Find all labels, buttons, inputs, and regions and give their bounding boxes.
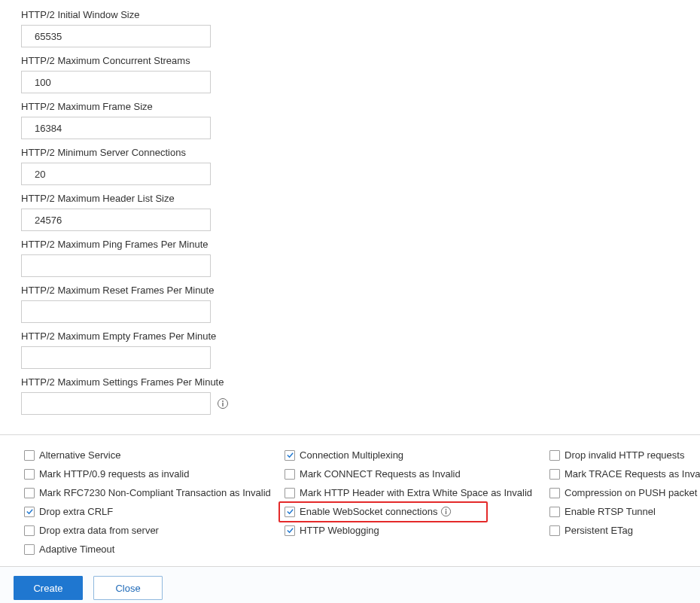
- info-icon[interactable]: [217, 397, 229, 410]
- label-persistent-etag: Persistent ETag: [565, 525, 633, 536]
- label-alternative-service: Alternative Service: [39, 449, 120, 461]
- http2-settings-form: HTTP/2 Initial Window Size HTTP/2 Maximu…: [0, 0, 700, 425]
- label-mark-connect-invalid: Mark CONNECT Requests as Invalid: [300, 468, 461, 480]
- label-max-frame-size: HTTP/2 Maximum Frame Size: [21, 101, 689, 112]
- checkbox-mark-extra-whitespace[interactable]: [285, 488, 295, 498]
- checkbox-connection-multiplexing[interactable]: [285, 450, 295, 461]
- checkbox-http-weblogging[interactable]: [285, 525, 295, 536]
- label-enable-websocket: Enable WebSocket connections: [300, 506, 437, 517]
- checkbox-mark-rfc7230-invalid[interactable]: [24, 488, 35, 498]
- label-enable-rtsp: Enable RTSP Tunnel: [565, 506, 656, 517]
- label-http-weblogging: HTTP Weblogging: [300, 525, 379, 536]
- checkbox-compression-push[interactable]: [549, 488, 560, 498]
- checkbox-drop-invalid-http[interactable]: [549, 450, 560, 461]
- label-drop-extra-data: Drop extra data from server: [39, 525, 159, 536]
- label-max-settings-frames: HTTP/2 Maximum Settings Frames Per Minut…: [21, 376, 689, 388]
- label-connection-multiplexing: Connection Multiplexing: [300, 449, 403, 461]
- svg-point-4: [446, 509, 447, 510]
- label-mark-rfc7230-invalid: Mark RFC7230 Non-Compliant Transaction a…: [39, 487, 271, 498]
- input-max-ping-frames[interactable]: [21, 254, 211, 277]
- label-drop-extra-crlf: Drop extra CRLF: [39, 506, 113, 517]
- input-max-header-list-size[interactable]: [21, 209, 211, 231]
- input-max-empty-frames[interactable]: [21, 346, 211, 369]
- close-button[interactable]: Close: [93, 576, 163, 600]
- footer-bar: Create Close: [0, 566, 700, 603]
- label-max-ping-frames: HTTP/2 Maximum Ping Frames Per Minute: [21, 239, 689, 250]
- label-max-reset-frames: HTTP/2 Maximum Reset Frames Per Minute: [21, 285, 689, 296]
- label-drop-invalid-http: Drop invalid HTTP requests: [565, 449, 684, 461]
- checkbox-enable-rtsp[interactable]: [549, 507, 560, 517]
- input-max-frame-size[interactable]: [21, 117, 211, 139]
- label-max-empty-frames: HTTP/2 Maximum Empty Frames Per Minute: [21, 330, 689, 342]
- checkbox-drop-extra-crlf[interactable]: [24, 507, 35, 517]
- info-icon[interactable]: [440, 506, 452, 517]
- checkbox-alternative-service[interactable]: [24, 450, 35, 461]
- checkbox-mark-http09-invalid[interactable]: [24, 469, 35, 480]
- svg-rect-5: [446, 510, 446, 514]
- label-mark-extra-whitespace: Mark HTTP Header with Extra White Space …: [300, 487, 532, 498]
- label-adaptive-timeout: Adaptive Timeout: [39, 544, 114, 555]
- label-initial-window-size: HTTP/2 Initial Window Size: [21, 9, 689, 20]
- label-min-server-connections: HTTP/2 Minimum Server Connections: [21, 147, 689, 158]
- checkbox-adaptive-timeout[interactable]: [24, 544, 35, 555]
- highlight-enable-websocket: Enable WebSocket connections: [278, 501, 488, 522]
- input-max-settings-frames[interactable]: [21, 392, 211, 415]
- options-grid: Alternative Service Mark HTTP/0.9 reques…: [0, 435, 700, 566]
- checkbox-mark-connect-invalid[interactable]: [285, 469, 295, 480]
- svg-point-1: [222, 400, 224, 402]
- create-button[interactable]: Create: [14, 576, 83, 600]
- label-mark-http09-invalid: Mark HTTP/0.9 requests as invalid: [39, 468, 189, 480]
- checkbox-persistent-etag[interactable]: [549, 525, 560, 536]
- checkbox-enable-websocket[interactable]: [285, 507, 295, 517]
- input-max-concurrent-streams[interactable]: [21, 71, 211, 93]
- checkbox-mark-trace-invalid[interactable]: [549, 469, 560, 480]
- label-max-header-list-size: HTTP/2 Maximum Header List Size: [21, 193, 689, 204]
- checkbox-drop-extra-data[interactable]: [24, 525, 35, 536]
- input-max-reset-frames[interactable]: [21, 300, 211, 323]
- input-initial-window-size[interactable]: [21, 25, 211, 47]
- svg-rect-2: [222, 403, 223, 407]
- label-compression-push: Compression on PUSH packet: [565, 487, 697, 498]
- input-min-server-connections[interactable]: [21, 163, 211, 185]
- label-mark-trace-invalid: Mark TRACE Requests as Invalid: [565, 468, 700, 480]
- label-max-concurrent-streams: HTTP/2 Maximum Concurrent Streams: [21, 55, 689, 66]
